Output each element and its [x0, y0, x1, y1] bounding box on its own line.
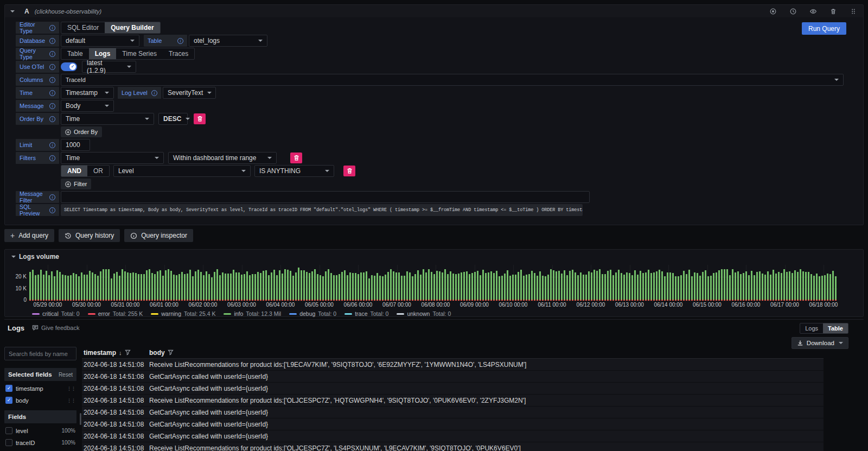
- sql-editor-option[interactable]: SQL Editor: [61, 22, 105, 33]
- legend-item-debug[interactable]: debugTotal: 0: [289, 310, 336, 317]
- query-type-logs[interactable]: Logs: [89, 48, 117, 59]
- legend-item-warning[interactable]: warningTotal: 25.4 K: [151, 310, 215, 317]
- volume-bar: [428, 269, 430, 301]
- info-icon[interactable]: i: [177, 38, 183, 44]
- table-row[interactable]: 2024-06-18 14:51:08GetCartAsync called w…: [82, 406, 824, 418]
- add-order-by-button[interactable]: Order By: [61, 126, 102, 137]
- add-filter-button[interactable]: Filter: [61, 179, 91, 189]
- time-column-select[interactable]: Timestamp: [61, 87, 114, 99]
- legend-item-trace[interactable]: traceTotal: 0: [344, 310, 388, 317]
- remove-filter1-button[interactable]: [290, 153, 302, 163]
- checkbox-checked[interactable]: [5, 385, 12, 392]
- sort-desc-icon[interactable]: ↓: [119, 350, 122, 356]
- info-icon[interactable]: i: [49, 51, 55, 57]
- limit-input[interactable]: [61, 139, 90, 151]
- volume-bar: [539, 271, 541, 301]
- table-row[interactable]: 2024-06-18 14:51:08GetCartAsync called w…: [82, 383, 824, 395]
- volume-bar: [165, 270, 167, 301]
- filter-icon[interactable]: [125, 350, 131, 355]
- query-builder-option[interactable]: Query Builder: [105, 22, 159, 33]
- info-icon[interactable]: i: [49, 64, 55, 70]
- order-by-direction-select[interactable]: DESC: [158, 113, 188, 125]
- info-icon[interactable]: i: [49, 38, 55, 44]
- info-icon[interactable]: i: [49, 77, 55, 83]
- columns-multiselect[interactable]: TraceId: [61, 74, 844, 86]
- sidebar-scrollbar[interactable]: [80, 413, 81, 425]
- filter1-field-select[interactable]: Time: [61, 152, 164, 164]
- view-logs-option[interactable]: Logs: [800, 323, 823, 333]
- add-query-button[interactable]: + Add query: [4, 229, 54, 242]
- body-column-header[interactable]: body: [149, 349, 174, 357]
- table-row[interactable]: 2024-06-18 14:51:08GetCartAsync called w…: [82, 430, 824, 442]
- query-row-header[interactable]: A (clickhouse-observability): [5, 5, 863, 17]
- info-icon[interactable]: i: [151, 90, 157, 96]
- otel-version-select[interactable]: latest (1.2.9): [82, 61, 136, 73]
- table-row[interactable]: 2024-06-18 14:51:08Receive ListRecommend…: [82, 359, 824, 371]
- reset-fields-button[interactable]: Reset: [59, 372, 73, 378]
- drag-handle-icon[interactable]: ⋮⋮: [67, 398, 75, 403]
- checkbox-unchecked[interactable]: [5, 439, 12, 446]
- delete-query-icon[interactable]: [829, 7, 838, 16]
- table-row[interactable]: 2024-06-18 14:51:08Receive ListRecommend…: [82, 442, 824, 451]
- view-table-option[interactable]: Table: [823, 323, 848, 333]
- database-select[interactable]: default: [61, 35, 139, 47]
- logs-volume-header[interactable]: Logs volume: [9, 253, 838, 261]
- info-icon[interactable]: i: [49, 142, 55, 148]
- info-icon[interactable]: i: [49, 194, 55, 200]
- disable-query-icon[interactable]: [769, 7, 777, 16]
- and-option[interactable]: AND: [61, 166, 87, 176]
- query-type-table[interactable]: Table: [61, 48, 89, 59]
- query-type-time-series[interactable]: Time Series: [116, 48, 163, 59]
- info-icon[interactable]: i: [49, 90, 55, 96]
- volume-bar: [672, 273, 674, 301]
- legend-item-error[interactable]: errorTotal: 255 K: [88, 310, 143, 317]
- legend-item-unknown[interactable]: unknownTotal: 0: [397, 310, 451, 317]
- log-level-select[interactable]: SeverityText: [163, 87, 216, 99]
- filter-icon[interactable]: [168, 350, 174, 355]
- remove-filter2-button[interactable]: [343, 166, 355, 176]
- query-history-icon[interactable]: [789, 7, 797, 16]
- legend-item-info[interactable]: infoTotal: 12.3 Mil: [224, 310, 281, 317]
- logs-volume-plot[interactable]: [29, 265, 838, 301]
- info-icon[interactable]: i: [49, 103, 55, 109]
- info-icon[interactable]: i: [49, 116, 55, 122]
- message-column-select[interactable]: Body: [61, 100, 114, 112]
- query-inspector-button[interactable]: Query inspector: [124, 229, 193, 242]
- table-select[interactable]: otel_logs: [189, 35, 267, 47]
- otel-toggle[interactable]: ✓: [61, 62, 77, 71]
- message-label: Messagei: [16, 100, 59, 112]
- drag-handle-icon[interactable]: ⋮⋮: [67, 386, 75, 391]
- legend-color-dash: [224, 313, 231, 315]
- collapse-chevron-icon[interactable]: [11, 256, 16, 258]
- checkbox-unchecked[interactable]: [5, 427, 12, 434]
- checkbox-checked[interactable]: [5, 397, 12, 404]
- search-fields-input[interactable]: [4, 347, 76, 360]
- legend-item-critical[interactable]: criticalTotal: 0: [32, 310, 80, 317]
- table-row[interactable]: 2024-06-18 14:51:08Receive ListRecommend…: [82, 395, 824, 406]
- drag-handle-icon[interactable]: [849, 7, 858, 16]
- volume-bar: [580, 272, 582, 301]
- table-row[interactable]: 2024-06-18 14:51:08GetCartAsync called w…: [82, 371, 824, 383]
- filter2-field-select[interactable]: Level: [113, 165, 251, 177]
- query-history-button[interactable]: Query history: [59, 229, 120, 242]
- run-query-button[interactable]: Run Query: [802, 22, 846, 35]
- info-icon[interactable]: i: [49, 155, 55, 161]
- or-option[interactable]: OR: [87, 166, 109, 176]
- volume-bar: [444, 269, 446, 301]
- query-type-traces[interactable]: Traces: [163, 48, 194, 59]
- table-row[interactable]: 2024-06-18 14:51:08GetCartAsync called w…: [82, 418, 824, 430]
- add-order-by-row: Order By: [61, 126, 844, 137]
- message-filter-input[interactable]: [61, 191, 590, 203]
- info-icon[interactable]: i: [49, 25, 55, 31]
- info-icon[interactable]: i: [49, 207, 55, 213]
- filter1-operator-select[interactable]: Within dashboard time range: [168, 152, 277, 164]
- timestamp-column-header[interactable]: timestamp ↓: [82, 349, 149, 357]
- filter2-operator-select[interactable]: IS ANYTHING: [254, 165, 334, 177]
- give-feedback-button[interactable]: Give feedback: [32, 325, 79, 331]
- download-button[interactable]: Download: [792, 337, 848, 349]
- collapse-chevron-icon[interactable]: [10, 10, 15, 12]
- sql-preview-code[interactable]: SELECT Timestamp as timestamp, Body as b…: [61, 204, 583, 216]
- order-by-field-select[interactable]: Time: [61, 113, 154, 125]
- hide-response-icon[interactable]: [809, 7, 818, 16]
- remove-order-by-button[interactable]: [194, 113, 206, 124]
